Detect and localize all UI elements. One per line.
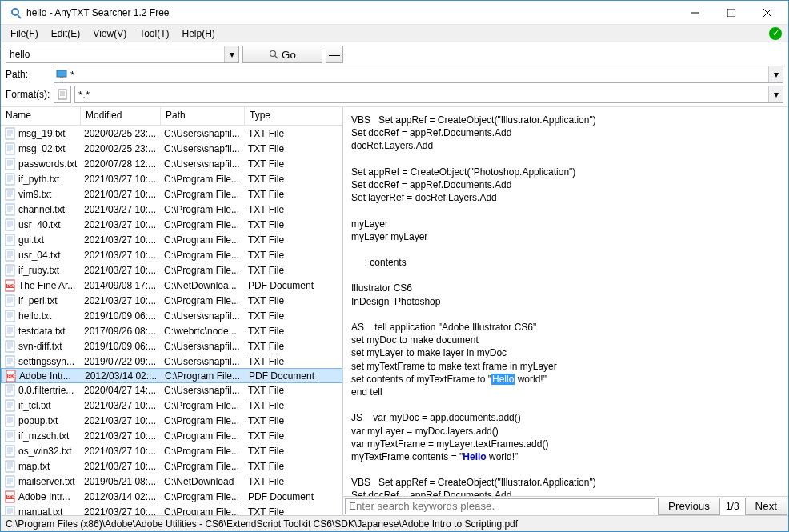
path-dropdown-icon[interactable]: ▾: [768, 66, 783, 82]
file-path: C:\NetDownloa...: [161, 280, 245, 291]
file-path: C:\Users\snapfil...: [161, 143, 245, 154]
svg-line-1: [18, 15, 21, 18]
search-input-combo[interactable]: ▾: [6, 46, 239, 63]
path-combo[interactable]: ▾: [54, 66, 783, 83]
menu-edit[interactable]: Edit(E): [45, 26, 87, 41]
txt-icon: [4, 475, 17, 488]
file-row[interactable]: usr_40.txt2021/03/27 10:...C:\Program Fi…: [1, 217, 342, 232]
maximize-button[interactable]: [713, 1, 749, 24]
file-path: C:\Program File...: [161, 430, 245, 442]
file-path: C:\Program File...: [161, 461, 245, 472]
file-type: TXT File: [245, 143, 287, 154]
txt-icon: [4, 188, 17, 201]
svg-line-7: [275, 56, 278, 58]
file-modified: 2019/07/22 09:...: [81, 356, 161, 367]
txt-icon: [4, 506, 17, 516]
pdf-icon: PDF: [4, 490, 17, 503]
path-input[interactable]: [69, 66, 768, 82]
column-path[interactable]: Path: [161, 107, 245, 125]
go-button[interactable]: Go: [242, 46, 322, 63]
txt-icon: [4, 203, 17, 216]
file-row[interactable]: msg_02.txt2020/02/25 23:...C:\Users\snap…: [1, 141, 342, 156]
column-modified[interactable]: Modified: [81, 107, 161, 125]
file-modified: 2021/03/27 10:...: [81, 219, 161, 230]
file-path: C:\Program File...: [161, 204, 245, 215]
file-type: TXT File: [245, 430, 287, 442]
file-path: C:\Users\snapfil...: [161, 128, 245, 139]
file-path: C:\Program File...: [162, 370, 246, 382]
file-path: C:\Users\snapfil...: [161, 158, 245, 170]
preview-pane[interactable]: VBS Set appRef = CreateObject("Illustrat…: [343, 107, 788, 496]
file-modified: 2020/07/28 12:...: [81, 158, 161, 170]
formats-dropdown-icon[interactable]: ▾: [768, 86, 783, 102]
minimize-button[interactable]: [677, 1, 713, 24]
file-row[interactable]: 0.0.filtertrie...2020/04/27 14:...C:\Use…: [1, 382, 342, 398]
file-row[interactable]: map.txt2021/03/27 10:...C:\Program File.…: [1, 458, 342, 474]
next-button[interactable]: Next: [745, 498, 787, 515]
file-type: TXT File: [245, 250, 287, 261]
format-picker-button[interactable]: [54, 86, 71, 103]
file-row[interactable]: testdata.txt2017/09/26 08:...C:\webrtc\n…: [1, 323, 342, 338]
file-type: TXT File: [245, 415, 287, 426]
file-row[interactable]: PDFAdobe Intr...2012/03/14 02:...C:\Prog…: [1, 489, 342, 504]
file-row[interactable]: gui.txt2021/03/27 10:...C:\Program File.…: [1, 232, 342, 247]
file-row[interactable]: if_pyth.txt2021/03/27 10:...C:\Program F…: [1, 171, 342, 186]
file-row[interactable]: channel.txt2021/03/27 10:...C:\Program F…: [1, 202, 342, 217]
txt-icon: [4, 384, 17, 397]
file-row[interactable]: usr_04.txt2021/03/27 10:...C:\Program Fi…: [1, 247, 342, 262]
file-row[interactable]: if_perl.txt2021/03/27 10:...C:\Program F…: [1, 293, 342, 308]
txt-icon: [4, 158, 17, 170]
file-path: C:\Program File...: [161, 491, 245, 502]
file-modified: 2017/09/26 08:...: [81, 326, 161, 337]
file-row[interactable]: passwords.txt2020/07/28 12:...C:\Users\s…: [1, 156, 342, 171]
search-dropdown-icon[interactable]: ▾: [224, 46, 238, 62]
file-row[interactable]: PDFThe Fine Ar...2014/09/08 17:...C:\Net…: [1, 278, 342, 293]
file-row[interactable]: msg_19.txt2020/02/25 23:...C:\Users\snap…: [1, 126, 342, 141]
file-path: C:\webrtc\node...: [161, 326, 245, 337]
file-row[interactable]: os_win32.txt2021/03/27 10:...C:\Program …: [1, 443, 342, 458]
file-row[interactable]: if_ruby.txt2021/03/27 10:...C:\Program F…: [1, 262, 342, 278]
file-row[interactable]: svn-diff.txt2019/10/09 06:...C:\Users\sn…: [1, 338, 342, 354]
file-name: if_perl.txt: [18, 295, 81, 306]
formats-input[interactable]: [75, 86, 768, 102]
file-modified: 2014/09/08 17:...: [81, 280, 161, 291]
menu-view[interactable]: View(V): [86, 26, 133, 41]
txt-icon: [4, 414, 17, 427]
menu-file[interactable]: File(F): [4, 26, 45, 41]
file-path: C:\Program File...: [161, 189, 245, 200]
collapse-button[interactable]: —: [326, 46, 343, 63]
pdf-icon: PDF: [4, 279, 17, 292]
prev-button[interactable]: Previous: [658, 498, 720, 515]
file-row[interactable]: vim9.txt2021/03/27 10:...C:\Program File…: [1, 186, 342, 202]
file-type: TXT File: [245, 341, 287, 352]
column-name[interactable]: Name: [1, 107, 81, 125]
preview-search-input[interactable]: [345, 498, 655, 514]
file-row[interactable]: settingssyn...2019/07/22 09:...C:\Users\…: [1, 354, 342, 369]
formats-combo[interactable]: ▾: [74, 86, 783, 103]
column-type[interactable]: Type: [245, 107, 342, 125]
file-type: TXT File: [245, 204, 287, 215]
file-type: TXT File: [245, 174, 287, 185]
file-modified: 2021/03/27 10:...: [81, 446, 161, 457]
txt-icon: [4, 127, 17, 140]
file-modified: 2020/02/25 23:...: [81, 128, 161, 139]
file-row[interactable]: mailserver.txt2019/05/21 08:...C:\NetDow…: [1, 474, 342, 489]
file-row[interactable]: popup.txt2021/03/27 10:...C:\Program Fil…: [1, 413, 342, 428]
file-name: usr_04.txt: [18, 250, 81, 261]
file-row[interactable]: if_tcl.txt2021/03/27 10:...C:\Program Fi…: [1, 398, 342, 413]
close-button[interactable]: [749, 1, 785, 24]
file-row[interactable]: hello.txt2019/10/09 06:...C:\Users\snapf…: [1, 308, 342, 323]
menu-help[interactable]: Help(H): [176, 26, 222, 41]
file-row[interactable]: PDFAdobe Intr...2012/03/14 02:...C:\Prog…: [1, 368, 342, 383]
file-row[interactable]: if_mzsch.txt2021/03/27 10:...C:\Program …: [1, 428, 342, 443]
file-path: C:\Users\snapfil...: [161, 341, 245, 352]
file-list[interactable]: msg_19.txt2020/02/25 23:...C:\Users\snap…: [1, 126, 342, 515]
menu-tool[interactable]: Tool(T): [133, 26, 175, 41]
file-type: TXT File: [245, 400, 287, 411]
txt-icon: [4, 142, 17, 155]
file-name: os_win32.txt: [18, 446, 81, 457]
file-path: C:\Users\snapfil...: [161, 310, 245, 322]
file-modified: 2012/03/14 02:...: [81, 491, 161, 502]
search-input[interactable]: [6, 46, 224, 62]
file-row[interactable]: manual.txt2021/03/27 10:...C:\Program Fi…: [1, 504, 342, 515]
